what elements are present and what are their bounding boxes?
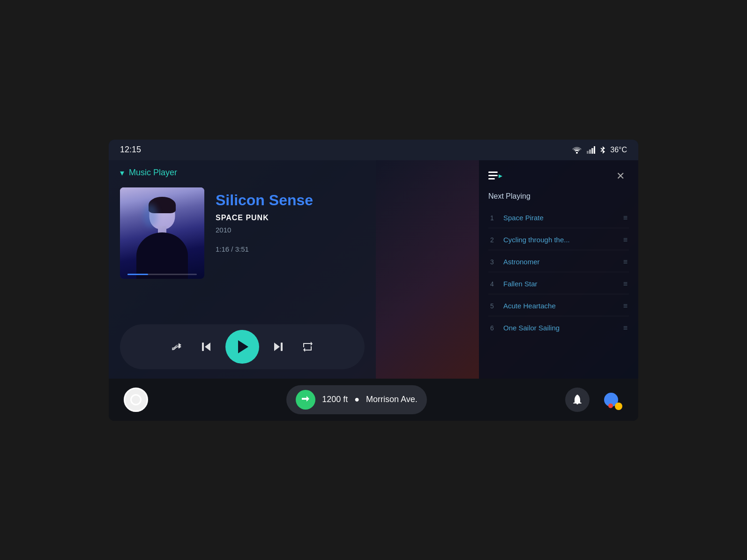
list-item[interactable]: 3 Astronomer ≡ [488,252,629,272]
playlist-item-num: 4 [490,280,500,288]
nav-right-icons [565,388,623,412]
svg-rect-4 [594,146,595,154]
playlist-item-name: Astronomer [503,258,623,266]
album-art [120,187,204,279]
svg-rect-8 [488,175,498,176]
dropdown-arrow-icon[interactable]: ▾ [120,168,124,178]
previous-icon [200,340,213,353]
center-blur-area [376,160,479,379]
main-content: ▾ Music Player [109,160,638,379]
track-info: Silicon Sense SPACE PUNK 2010 1:16 / 3:5… [216,187,365,315]
album-progress-fill [127,274,148,275]
album-art-image [120,187,204,279]
playlist-item-num: 3 [490,258,500,266]
direction-card[interactable]: 1200 ft ● Morrison Ave. [286,385,427,414]
svg-rect-5 [202,343,204,351]
status-icons: 36°C [572,146,627,154]
close-playlist-button[interactable]: ✕ [612,168,629,185]
drag-handle-icon[interactable]: ≡ [623,280,627,288]
turn-right-icon [300,394,311,405]
turn-icon [296,390,315,410]
navigation-area: 1200 ft ● Morrison Ave. [148,385,565,414]
list-item[interactable]: 2 Cycling through the... ≡ [488,230,629,250]
nav-bar: 1200 ft ● Morrison Ave. [109,379,638,421]
playlist-panel: ✕ Next Playing 1 Space Pirate ≡ 2 Cyclin… [479,160,638,379]
play-icon [238,340,248,353]
list-item[interactable]: 5 Acute Heartache ≡ [488,296,629,316]
svg-marker-10 [499,174,502,178]
queue-icon [488,171,502,182]
nav-separator: ● [354,395,359,404]
playlist-item-num: 1 [490,214,500,222]
main-screen: 12:15 36°C [109,140,638,421]
playlist-item-num: 6 [490,324,500,332]
shuffle-button[interactable] [165,336,188,358]
player-title: Music Player [129,168,177,178]
drag-handle-icon[interactable]: ≡ [623,236,627,244]
drag-handle-icon[interactable]: ≡ [623,302,627,310]
next-icon [271,340,284,353]
signal-icon [587,146,595,154]
drag-handle-icon[interactable]: ≡ [623,324,627,332]
next-button[interactable] [267,336,289,358]
svg-rect-1 [587,151,589,154]
playlist-item-name: Acute Heartache [503,302,623,310]
playlist-item-name: Space Pirate [503,214,623,222]
list-item[interactable]: 4 Fallen Star ≡ [488,274,629,294]
artist-name: SPACE PUNK [216,214,365,222]
notifications-button[interactable] [565,388,590,412]
svg-rect-2 [589,149,591,154]
wifi-icon [572,146,582,154]
repeat-button[interactable] [297,336,319,358]
google-assistant-button[interactable] [599,388,623,412]
repeat-icon [301,341,314,352]
bluetooth-icon [600,146,605,154]
nav-distance: 1200 ft [322,395,348,404]
svg-rect-9 [488,178,495,179]
drag-handle-icon[interactable]: ≡ [623,214,627,222]
shuffle-icon [170,341,183,352]
svg-rect-7 [488,172,498,173]
play-button[interactable] [225,330,259,364]
playlist-item-num: 2 [490,236,500,244]
temperature: 36°C [610,146,627,154]
next-playing-label: Next Playing [488,192,629,201]
track-time: 1:16 / 3:51 [216,245,365,253]
home-icon [130,394,142,405]
list-item[interactable]: 1 Space Pirate ≡ [488,208,629,228]
album-progress-bar [127,274,197,275]
svg-point-0 [576,152,578,154]
status-time: 12:15 [120,145,141,155]
player-panel: ▾ Music Player [109,160,376,379]
playlist-item-name: Fallen Star [503,280,623,288]
track-year: 2010 [216,226,365,234]
playlist-item-num: 5 [490,302,500,310]
status-bar: 12:15 36°C [109,140,638,160]
playlist-header: ✕ [488,168,629,185]
svg-rect-6 [281,343,283,351]
playlist-items: 1 Space Pirate ≡ 2 Cycling through the..… [488,208,629,338]
ga-red-dot [608,403,613,408]
playlist-item-name: Cycling through the... [503,236,623,244]
drag-handle-icon[interactable]: ≡ [623,258,627,266]
player-body: Silicon Sense SPACE PUNK 2010 1:16 / 3:5… [120,187,365,315]
list-item[interactable]: 6 One Sailor Sailing ≡ [488,318,629,338]
bell-icon [571,394,583,406]
home-button[interactable] [124,388,148,412]
svg-rect-3 [591,148,593,154]
track-name: Silicon Sense [216,191,365,209]
previous-button[interactable] [195,336,218,358]
playlist-item-name: One Sailor Sailing [503,324,623,332]
nav-street: Morrison Ave. [366,395,418,404]
ga-yellow-dot [615,403,622,410]
player-header: ▾ Music Player [120,168,365,178]
controls-bar [120,324,365,369]
